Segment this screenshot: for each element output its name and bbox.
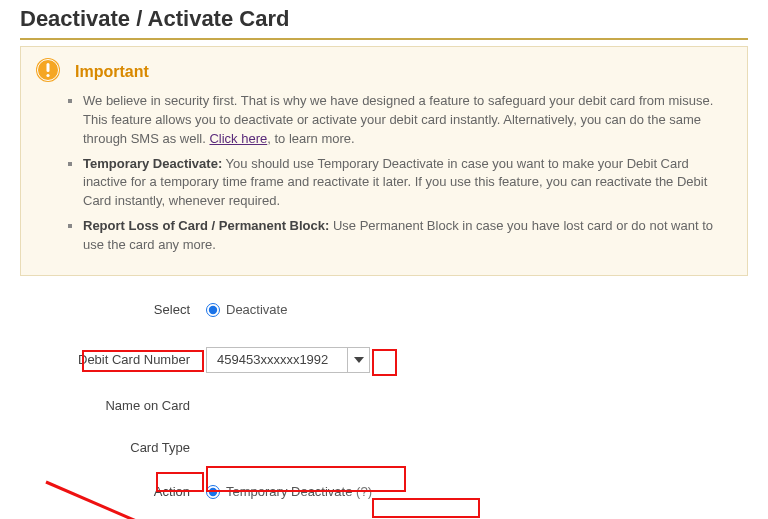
card-number-label: Debit Card Number [20, 352, 206, 367]
deactivate-option-label: Deactivate [226, 302, 287, 317]
name-on-card-label: Name on Card [20, 398, 206, 413]
bullet-bold: Report Loss of Card / Permanent Block: [83, 218, 329, 233]
bullet-text: , to learn more. [267, 131, 354, 146]
bullet-bold: Temporary Deactivate: [83, 156, 222, 171]
card-form: Select Deactivate Debit Card Number 4594… [20, 294, 748, 519]
card-number-value: 459453xxxxxx1992 [207, 352, 347, 367]
page-title: Deactivate / Activate Card [20, 6, 748, 32]
important-list: We believe in security first. That is wh… [83, 92, 731, 255]
bullet-text: We believe in security first. That is wh… [83, 93, 713, 146]
help-icon[interactable]: (?) [356, 484, 372, 499]
temporary-deactivate-radio[interactable] [206, 485, 220, 499]
important-bullet: Temporary Deactivate: You should use Tem… [83, 155, 731, 212]
temporary-deactivate-label: Temporary Deactivate (?) [226, 484, 372, 499]
important-heading: Important [75, 63, 149, 81]
action-label: Action [20, 484, 206, 499]
important-bullet: We believe in security first. That is wh… [83, 92, 731, 149]
svg-point-3 [46, 74, 49, 77]
important-bullet: Report Loss of Card / Permanent Block: U… [83, 217, 731, 255]
svg-rect-2 [47, 63, 50, 72]
chevron-down-icon[interactable] [347, 348, 369, 372]
deactivate-radio[interactable] [206, 303, 220, 317]
learn-more-link[interactable]: Click here [209, 131, 267, 146]
divider [20, 38, 748, 40]
warning-icon [35, 57, 61, 86]
card-number-select[interactable]: 459453xxxxxx1992 [206, 347, 370, 373]
select-label: Select [20, 302, 206, 317]
card-type-label: Card Type [20, 440, 206, 455]
important-panel: Important We believe in security first. … [20, 46, 748, 276]
